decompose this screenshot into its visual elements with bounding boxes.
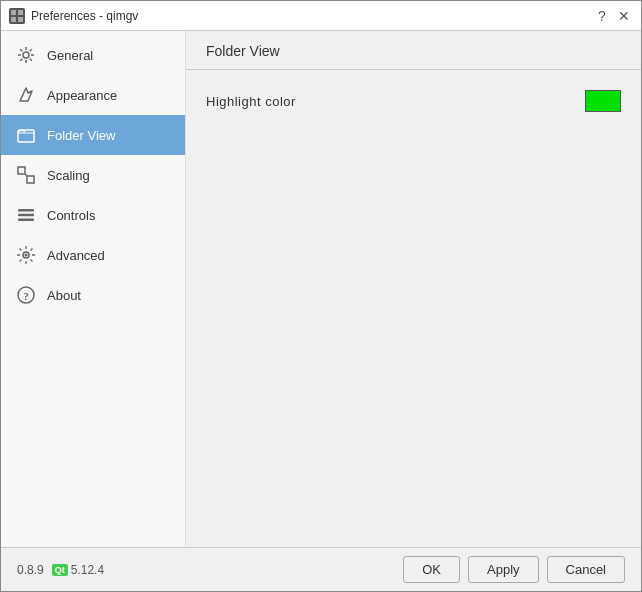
sidebar-label-scaling: Scaling	[47, 168, 90, 183]
svg-rect-2	[11, 17, 16, 22]
general-icon	[15, 44, 37, 66]
sidebar-label-advanced: Advanced	[47, 248, 105, 263]
svg-rect-8	[18, 209, 34, 212]
sidebar-label-controls: Controls	[47, 208, 95, 223]
sidebar-item-about[interactable]: ? About	[1, 275, 185, 315]
content-area: General Appearance	[1, 31, 641, 547]
qt-badge: Qt 5.12.4	[52, 563, 104, 577]
qt-version: 5.12.4	[71, 563, 104, 577]
sidebar-item-scaling[interactable]: Scaling	[1, 155, 185, 195]
cancel-button[interactable]: Cancel	[547, 556, 625, 583]
about-icon: ?	[15, 284, 37, 306]
title-bar: Preferences - qimgv ? ✕	[1, 1, 641, 31]
footer-version-info: 0.8.9 Qt 5.12.4	[17, 563, 104, 577]
highlight-color-row: Highlight color	[206, 90, 621, 112]
sidebar-item-folder-view[interactable]: Folder View	[1, 115, 185, 155]
panel-title: Folder View	[186, 31, 641, 70]
sidebar-label-appearance: Appearance	[47, 88, 117, 103]
title-bar-left: Preferences - qimgv	[9, 8, 138, 24]
app-version: 0.8.9	[17, 563, 44, 577]
sidebar-item-advanced[interactable]: Advanced	[1, 235, 185, 275]
svg-rect-6	[18, 167, 25, 174]
footer-buttons: OK Apply Cancel	[403, 556, 625, 583]
sidebar-item-appearance[interactable]: Appearance	[1, 75, 185, 115]
sidebar-label-general: General	[47, 48, 93, 63]
highlight-color-label: Highlight color	[206, 94, 296, 109]
svg-rect-0	[11, 10, 16, 15]
scaling-icon	[15, 164, 37, 186]
appearance-icon	[15, 84, 37, 106]
help-button[interactable]: ?	[593, 7, 611, 25]
ok-button[interactable]: OK	[403, 556, 460, 583]
svg-point-4	[23, 52, 29, 58]
svg-text:?: ?	[23, 290, 29, 302]
apply-button[interactable]: Apply	[468, 556, 539, 583]
sidebar-item-general[interactable]: General	[1, 35, 185, 75]
qt-icon: Qt	[52, 564, 68, 576]
svg-rect-5	[18, 130, 34, 142]
window-title: Preferences - qimgv	[31, 9, 138, 23]
preferences-window: Preferences - qimgv ? ✕ General	[0, 0, 642, 592]
panel-content: Highlight color	[186, 70, 641, 547]
sidebar: General Appearance	[1, 31, 186, 547]
sidebar-item-controls[interactable]: Controls	[1, 195, 185, 235]
close-button[interactable]: ✕	[615, 7, 633, 25]
svg-rect-9	[18, 214, 34, 217]
main-panel: Folder View Highlight color	[186, 31, 641, 547]
controls-icon	[15, 204, 37, 226]
app-icon	[9, 8, 25, 24]
svg-point-12	[25, 254, 28, 257]
svg-rect-1	[18, 10, 23, 15]
title-bar-controls: ? ✕	[593, 7, 633, 25]
advanced-icon	[15, 244, 37, 266]
svg-rect-10	[18, 219, 34, 222]
svg-rect-7	[27, 176, 34, 183]
folder-view-icon	[15, 124, 37, 146]
highlight-color-swatch[interactable]	[585, 90, 621, 112]
sidebar-label-about: About	[47, 288, 81, 303]
footer: 0.8.9 Qt 5.12.4 OK Apply Cancel	[1, 547, 641, 591]
svg-rect-3	[18, 17, 23, 22]
sidebar-label-folder-view: Folder View	[47, 128, 115, 143]
